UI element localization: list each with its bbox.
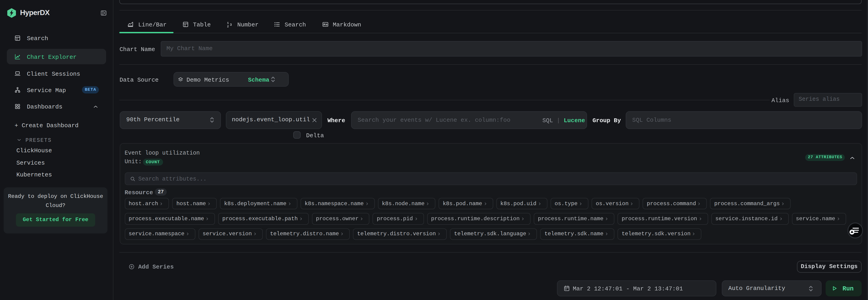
svg-text:3: 3 [230,23,232,26]
svg-text:1: 1 [227,21,229,25]
svg-text:2: 2 [227,25,229,28]
